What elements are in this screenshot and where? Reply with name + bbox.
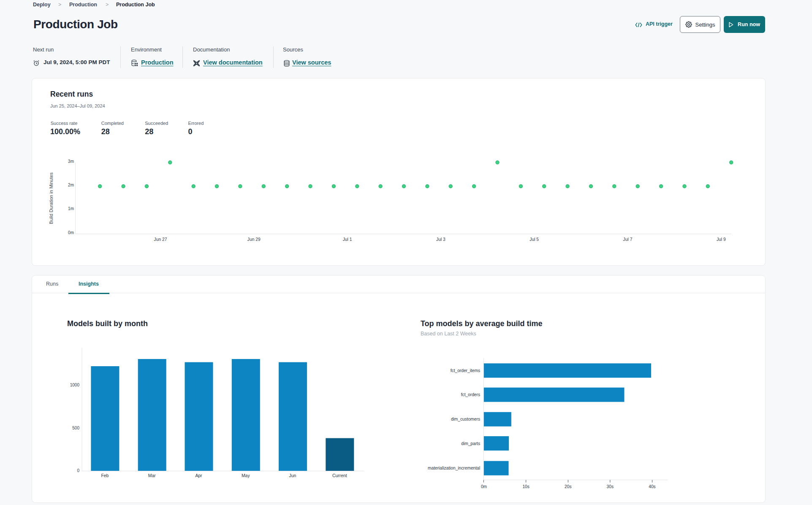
svg-text:Jun: Jun xyxy=(289,473,296,478)
svg-text:materialization_incremental: materialization_incremental xyxy=(428,466,480,470)
svg-text:Build Duration in Minutes: Build Duration in Minutes xyxy=(49,172,54,224)
svg-text:2m: 2m xyxy=(68,183,74,187)
svg-text:fct_orders: fct_orders xyxy=(461,392,480,397)
svg-text:Jun 27: Jun 27 xyxy=(154,237,167,242)
svg-text:40s: 40s xyxy=(649,484,655,489)
svg-text:10s: 10s xyxy=(522,484,529,489)
svg-text:Feb: Feb xyxy=(101,473,109,478)
svg-text:500: 500 xyxy=(72,426,79,430)
svg-text:Mar: Mar xyxy=(148,473,156,478)
svg-text:dim_parts: dim_parts xyxy=(461,441,480,446)
svg-text:Jun 29: Jun 29 xyxy=(247,237,261,242)
svg-text:3m: 3m xyxy=(68,159,74,164)
svg-text:0: 0 xyxy=(77,468,79,473)
svg-text:dim_customers: dim_customers xyxy=(451,417,480,421)
svg-text:20s: 20s xyxy=(565,484,571,489)
svg-text:1000: 1000 xyxy=(70,383,80,387)
svg-text:1m: 1m xyxy=(68,206,74,211)
svg-text:Jul 5: Jul 5 xyxy=(530,237,539,242)
svg-text:Jul 9: Jul 9 xyxy=(717,237,726,242)
svg-text:30s: 30s xyxy=(607,484,614,489)
svg-text:fct_order_items: fct_order_items xyxy=(451,368,480,373)
svg-text:0m: 0m xyxy=(481,484,487,489)
svg-text:Jul 7: Jul 7 xyxy=(623,237,633,242)
svg-text:Current: Current xyxy=(332,473,347,478)
svg-text:May: May xyxy=(242,473,250,478)
svg-text:0m: 0m xyxy=(68,230,74,235)
svg-text:Jul 3: Jul 3 xyxy=(436,237,445,242)
svg-text:Apr: Apr xyxy=(195,473,202,478)
svg-text:Jul 1: Jul 1 xyxy=(343,237,352,242)
